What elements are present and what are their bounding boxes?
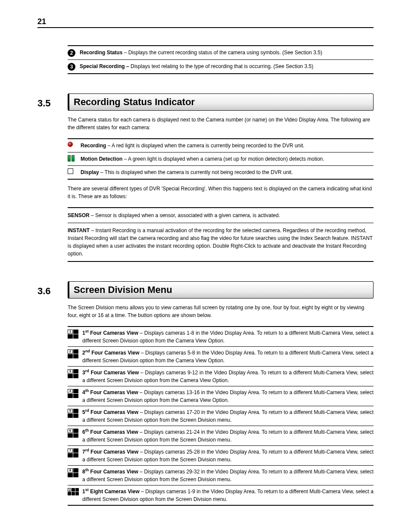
- special-text: SENSOR – Sensor is displayed when a sens…: [68, 212, 374, 219]
- view-row: 11st Eight Cameras View – Displays camer…: [68, 485, 374, 505]
- view-row: 11st Four Cameras View – Displays camera…: [68, 327, 374, 347]
- status-text: Recording – A red light is displayed whe…: [81, 142, 374, 149]
- section-number-36: 3.6: [37, 286, 68, 299]
- page-number: 21: [37, 17, 374, 28]
- view-row: 88th Four Cameras View – Displays camera…: [68, 466, 374, 485]
- view-row: 44th Four Cameras View – Displays camera…: [68, 386, 374, 406]
- special-intro: There are several different types of DVR…: [68, 185, 374, 200]
- motion-bars-icon: [68, 155, 75, 162]
- status-text: Display – This is displayed when the cam…: [81, 168, 374, 176]
- callout-number-icon: 2: [68, 49, 75, 57]
- display-square-icon: [68, 168, 73, 174]
- view-row: 22nd Four Cameras View – Displays camera…: [68, 347, 374, 367]
- view-text: 4th Four Cameras View – Displays cameras…: [82, 388, 374, 404]
- callout-row: 3 Special Recording – Displays text rela…: [68, 60, 374, 74]
- section-36-intro: The Screen Division menu allows you to v…: [68, 304, 374, 319]
- special-row: SENSOR – Sensor is displayed when a sens…: [68, 208, 374, 223]
- status-text: Motion Detection – A green light is disp…: [81, 155, 374, 163]
- view-text: 8th Four Cameras View – Displays cameras…: [82, 467, 374, 483]
- status-table: Recording – A red light is displayed whe…: [68, 138, 374, 180]
- section-title-35: Recording Status Indicator: [68, 93, 374, 111]
- four-view-icon: 8: [68, 468, 78, 477]
- callout-text: Special Recording – Displays text relati…: [80, 62, 374, 70]
- callout-text: Recording Status – Displays the current …: [80, 49, 374, 56]
- special-text: INSTANT – Instant Recording is a manual …: [68, 227, 374, 258]
- four-view-icon: 1: [68, 330, 78, 339]
- callout-row: 2 Recording Status – Displays the curren…: [68, 46, 374, 60]
- view-text: 3rd Four Cameras View – Displays cameras…: [82, 368, 374, 384]
- four-view-icon: 4: [68, 389, 78, 398]
- special-table: SENSOR – Sensor is displayed when a sens…: [68, 207, 374, 262]
- view-text: 7rd Four Cameras View – Displays cameras…: [82, 448, 374, 464]
- eight-view-icon: 1: [68, 488, 79, 495]
- four-view-icon: 7: [68, 448, 78, 457]
- view-text: 1st Four Cameras View – Displays cameras…: [82, 329, 374, 345]
- recording-dot-icon: [68, 142, 73, 147]
- view-text: 2nd Four Cameras View – Displays cameras…: [82, 348, 374, 364]
- status-row: Motion Detection – A green light is disp…: [68, 152, 374, 166]
- view-row: 55rd Four Cameras View – Displays camera…: [68, 406, 374, 426]
- section-number-35: 3.5: [37, 98, 68, 111]
- four-view-icon: 2: [68, 349, 78, 358]
- view-row: 77rd Four Cameras View – Displays camera…: [68, 446, 374, 466]
- status-row: Recording – A red light is displayed whe…: [68, 139, 374, 152]
- four-view-icon: 3: [68, 369, 78, 378]
- four-view-icon: 5: [68, 409, 78, 418]
- special-row: INSTANT – Instant Recording is a manual …: [68, 223, 374, 261]
- status-row: Display – This is displayed when the cam…: [68, 166, 374, 179]
- view-text: 1st Eight Cameras View – Displays camera…: [82, 487, 374, 503]
- four-view-icon: 6: [68, 429, 78, 438]
- callout-number-icon: 3: [68, 63, 75, 71]
- view-text: 5rd Four Cameras View – Displays cameras…: [82, 408, 374, 424]
- section-title-36: Screen Division Menu: [68, 281, 374, 299]
- section-35-intro: The Camera status for each camera is dis…: [68, 116, 374, 131]
- view-row: 33rd Four Cameras View – Displays camera…: [68, 367, 374, 386]
- view-row: 66th Four Cameras View – Displays camera…: [68, 426, 374, 446]
- views-table: 11st Four Cameras View – Displays camera…: [68, 326, 374, 506]
- callout-list: 2 Recording Status – Displays the curren…: [68, 45, 374, 74]
- view-text: 6th Four Cameras View – Displays cameras…: [82, 428, 374, 444]
